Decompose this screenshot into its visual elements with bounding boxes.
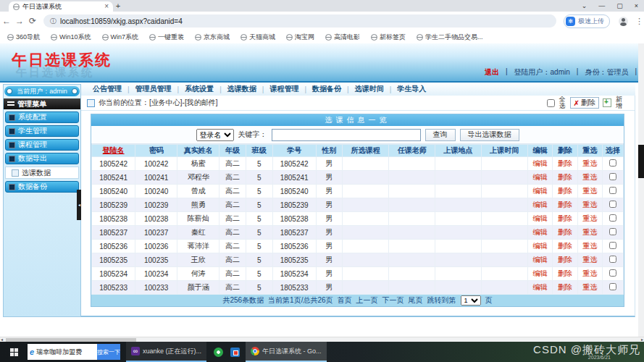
bookmark-item[interactable]: 天猫商城: [241, 33, 275, 42]
horizontal-scrollbar[interactable]: ◂ ▸: [0, 337, 644, 342]
nav-item[interactable]: 选课数据: [222, 84, 262, 94]
delete-link[interactable]: 删除: [558, 173, 572, 181]
delete-link[interactable]: 删除: [558, 228, 572, 236]
profile-avatar-icon[interactable]: [619, 17, 628, 26]
nav-item[interactable]: 选课时间: [349, 84, 390, 94]
reselect-link[interactable]: 重选: [582, 228, 597, 236]
select-all-checkbox[interactable]: [547, 99, 555, 107]
edit-link[interactable]: 编辑: [533, 187, 548, 195]
bookmark-item[interactable]: Win7系统: [102, 33, 139, 42]
maximize-icon[interactable]: ▢: [616, 2, 623, 9]
taskbar-task-visual-studio[interactable]: xuanke (正在运行)...: [126, 342, 206, 362]
minimize-icon[interactable]: —: [598, 2, 605, 9]
edit-link[interactable]: 编辑: [533, 283, 548, 291]
delete-button[interactable]: ✗ 删除: [570, 97, 599, 109]
taskbar-task-chrome[interactable]: 午日选课系统 - Go...: [246, 342, 327, 362]
reselect-link[interactable]: 重选: [582, 283, 597, 291]
tab-search-chevron-icon[interactable]: ⌄: [582, 2, 587, 9]
row-checkbox[interactable]: [609, 214, 616, 222]
upload-extension-button[interactable]: 极速上传: [564, 14, 610, 28]
reselect-link[interactable]: 重选: [582, 214, 597, 222]
sidebar-item[interactable]: 系统配置: [5, 111, 79, 123]
forward-icon[interactable]: →: [13, 16, 26, 26]
delete-link[interactable]: 删除: [558, 269, 572, 277]
close-icon[interactable]: ×: [635, 2, 638, 9]
bookmark-item[interactable]: 360导航: [7, 33, 40, 42]
add-button[interactable]: 新增: [615, 96, 623, 110]
back-icon[interactable]: ←: [0, 16, 13, 26]
prev-page-link[interactable]: 上一页: [356, 295, 378, 306]
delete-link[interactable]: 删除: [558, 159, 572, 167]
bookmark-item[interactable]: 淘宝网: [286, 33, 314, 42]
row-checkbox[interactable]: [609, 201, 616, 208]
nav-item[interactable]: 管理员管理: [130, 84, 177, 94]
sidebar-item[interactable]: 学生管理: [5, 125, 79, 137]
delete-link[interactable]: 删除: [558, 256, 572, 264]
browser-menu-kebab-icon[interactable]: ⋮: [635, 17, 643, 26]
reselect-link[interactable]: 重选: [582, 173, 597, 181]
reselect-link[interactable]: 重选: [582, 159, 597, 167]
search-field-select[interactable]: 登录名: [196, 129, 234, 141]
column-header[interactable]: 登陆名: [92, 145, 135, 157]
edit-link[interactable]: 编辑: [533, 159, 548, 167]
edit-link[interactable]: 编辑: [533, 269, 548, 277]
reselect-link[interactable]: 重选: [582, 269, 597, 277]
nav-item[interactable]: 学生导入: [391, 84, 432, 94]
delete-link[interactable]: 删除: [558, 242, 572, 250]
sidebar-item[interactable]: 数据导出: [5, 153, 79, 164]
nav-item[interactable]: 系统设置: [179, 84, 219, 94]
url-omnibox[interactable]: ⓘ localhost:10859/xkjg.aspx?caidanid=4: [43, 14, 556, 28]
reselect-link[interactable]: 重选: [582, 201, 597, 209]
bookmark-item[interactable]: Win10系统: [51, 33, 91, 42]
bookmark-item[interactable]: 新标签页: [371, 33, 406, 42]
row-checkbox[interactable]: [609, 173, 616, 180]
keyword-input[interactable]: [272, 129, 421, 141]
row-checkbox[interactable]: [609, 228, 616, 235]
edit-link[interactable]: 编辑: [533, 242, 548, 250]
tab-close-icon[interactable]: ×: [104, 3, 109, 10]
taskbar-search-button[interactable]: 搜索一下: [97, 344, 120, 360]
start-button[interactable]: [0, 342, 28, 362]
delete-link[interactable]: 删除: [558, 201, 572, 209]
edit-link[interactable]: 编辑: [533, 173, 548, 181]
sidebar-subitem-course-data[interactable]: 选课数据: [5, 167, 79, 179]
browser-tab[interactable]: 午日选课系统 ×: [9, 1, 113, 12]
nav-item[interactable]: 数据备份: [306, 84, 347, 94]
sidebar-item-backup[interactable]: 数据备份: [5, 181, 79, 193]
nav-item[interactable]: 课程管理: [264, 84, 304, 94]
edit-link[interactable]: 编辑: [533, 256, 548, 264]
page-info-icon[interactable]: ⓘ: [50, 17, 57, 26]
media-tool-icon[interactable]: [230, 348, 240, 357]
export-button[interactable]: 导出选课数据: [460, 129, 519, 141]
reselect-link[interactable]: 重选: [582, 242, 597, 250]
row-checkbox[interactable]: [609, 269, 616, 277]
edit-link[interactable]: 编辑: [533, 214, 548, 222]
first-page-link[interactable]: 首页: [338, 295, 352, 306]
bookmark-item[interactable]: 学生二手物品交易...: [417, 33, 483, 42]
jump-page-select[interactable]: 1: [461, 295, 481, 306]
last-page-link[interactable]: 尾页: [409, 295, 423, 306]
vertical-scrollbar-thumb[interactable]: [638, 145, 644, 178]
green-app-icon[interactable]: [214, 348, 223, 357]
taskbar-search-box[interactable]: 瑞幸咖啡加盟费: [28, 344, 97, 360]
bookmark-item[interactable]: 高清电影: [325, 33, 360, 42]
row-checkbox[interactable]: [609, 256, 616, 263]
reload-icon[interactable]: ⟳: [26, 16, 39, 26]
logout-link[interactable]: 退出: [485, 67, 499, 77]
scroll-left-icon[interactable]: ◂: [1, 337, 3, 342]
row-checkbox[interactable]: [609, 242, 616, 249]
next-page-link[interactable]: 下一页: [382, 295, 404, 306]
bookmark-item[interactable]: 京东商城: [195, 33, 230, 42]
reselect-link[interactable]: 重选: [582, 256, 597, 264]
delete-link[interactable]: 删除: [558, 214, 572, 222]
delete-link[interactable]: 删除: [558, 187, 572, 195]
vertical-scrollbar[interactable]: [638, 43, 644, 337]
new-tab-button[interactable]: +: [113, 1, 123, 11]
scroll-right-icon[interactable]: ▸: [641, 337, 643, 342]
sidebar-item[interactable]: 课程管理: [5, 139, 79, 151]
nav-item[interactable]: 公告管理: [87, 84, 127, 94]
row-checkbox[interactable]: [609, 283, 616, 290]
row-checkbox[interactable]: [609, 159, 616, 167]
reselect-link[interactable]: 重选: [582, 187, 597, 195]
row-checkbox[interactable]: [609, 187, 616, 194]
